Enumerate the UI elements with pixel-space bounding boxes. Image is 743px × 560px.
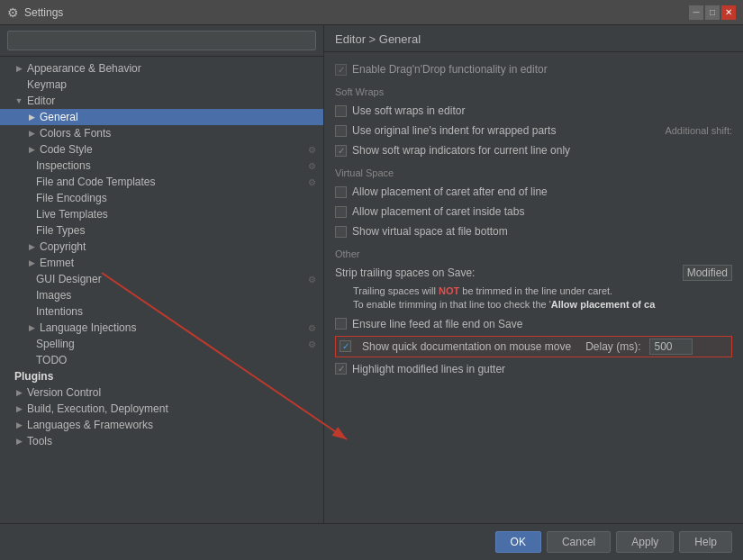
settings-icon: ⚙: [308, 323, 316, 333]
settings-sidebar: 🔍 ▶ Appearance & Behavior Keymap: [0, 25, 324, 523]
allow-placement-tabs-row: Allow placement of caret inside tabs: [335, 203, 732, 220]
strip-trailing-row: Strip trailing spaces on Save: Modified: [335, 265, 732, 281]
show-soft-wrap-indicators-checkbox[interactable]: [335, 145, 347, 157]
other-section-label: Other: [335, 248, 732, 259]
sidebar-item-emmet[interactable]: ▶ Emmet: [0, 255, 323, 271]
show-quick-docs-checkbox[interactable]: [340, 340, 351, 352]
sidebar-item-spelling[interactable]: Spelling ⚙: [0, 336, 323, 352]
close-button[interactable]: ✕: [721, 5, 736, 20]
settings-icon: ⚙: [308, 161, 316, 171]
sidebar-item-todo[interactable]: TODO: [0, 352, 323, 368]
sidebar-item-colors-fonts[interactable]: ▶ Colors & Fonts: [0, 125, 323, 141]
arrow-icon: ▶: [14, 420, 23, 429]
sidebar-item-images[interactable]: Images: [0, 287, 323, 303]
minimize-button[interactable]: ─: [689, 5, 703, 20]
arrow-icon: ▶: [27, 258, 36, 267]
sidebar-item-code-style[interactable]: ▶ Code Style ⚙: [0, 141, 323, 158]
sidebar-item-live-templates[interactable]: Live Templates: [0, 206, 323, 222]
strip-trailing-label: Strip trailing spaces on Save:: [335, 266, 475, 279]
sidebar-item-tools[interactable]: ▶ Tools: [0, 433, 323, 449]
arrow-icon: ▶: [27, 113, 36, 122]
settings-icon: ⚙: [308, 145, 316, 155]
panel-breadcrumb: Editor > General: [335, 32, 421, 46]
use-soft-wraps-row: Use soft wraps in editor: [335, 103, 732, 119]
highlight-modified-lines-row: Highlight modified lines in gutter: [335, 361, 732, 377]
sidebar-item-file-encodings[interactable]: File Encodings: [0, 190, 323, 206]
ok-button[interactable]: OK: [495, 531, 541, 553]
highlight-modified-lines-checkbox[interactable]: [335, 363, 347, 375]
settings-icon: ⚙: [308, 275, 316, 285]
ensure-line-feed-row: Ensure line feed at file end on Save: [335, 316, 732, 332]
settings-icon: ⚙: [308, 339, 316, 349]
warning-text: Trailing spaces will NOT be trimmed in t…: [353, 285, 732, 312]
arrow-icon: ▶: [14, 404, 23, 413]
maximize-button[interactable]: □: [705, 5, 720, 20]
arrow-icon: ▶: [27, 129, 36, 138]
settings-panel: Editor > General Enable Drag'n'Drop func…: [324, 25, 743, 523]
use-original-indent-checkbox[interactable]: [335, 125, 347, 137]
bold-text: Allow placement of ca: [551, 299, 656, 310]
arrow-icon: ▶: [14, 64, 23, 73]
allow-placement-end-row: Allow placement of caret after end of li…: [335, 184, 732, 200]
show-quick-docs-row: Show quick documentation on mouse move D…: [335, 336, 732, 357]
ensure-line-feed-checkbox[interactable]: [335, 318, 347, 330]
arrow-icon: ▼: [14, 96, 23, 105]
arrow-icon: ▶: [14, 388, 23, 397]
allow-placement-tabs-checkbox[interactable]: [335, 206, 347, 218]
help-button[interactable]: Help: [679, 531, 732, 553]
sidebar-item-appearance[interactable]: ▶ Appearance & Behavior: [0, 60, 323, 77]
arrow-icon: ▶: [27, 323, 36, 332]
sidebar-item-language-injections[interactable]: ▶ Language Injections ⚙: [0, 320, 323, 336]
sidebar-item-languages-frameworks[interactable]: ▶ Languages & Frameworks: [0, 417, 323, 433]
sidebar-item-file-code-templates[interactable]: File and Code Templates ⚙: [0, 174, 323, 190]
use-original-indent-row: Use original line's indent for wrapped p…: [335, 122, 732, 139]
cancel-button[interactable]: Cancel: [547, 531, 611, 553]
sidebar-item-file-types[interactable]: File Types: [0, 222, 323, 239]
window-title: Settings: [24, 6, 63, 19]
enable-dnd-checkbox[interactable]: [335, 64, 347, 76]
allow-placement-end-checkbox[interactable]: [335, 186, 347, 198]
not-text: NOT: [439, 285, 459, 296]
delay-input[interactable]: [649, 339, 693, 355]
sidebar-item-plugins[interactable]: Plugins: [0, 368, 323, 384]
button-bar: OK Cancel Apply Help: [0, 523, 743, 560]
sidebar-item-copyright[interactable]: ▶ Copyright: [0, 239, 323, 255]
sidebar-item-keymap[interactable]: Keymap: [0, 77, 323, 93]
sidebar-item-gui-designer[interactable]: GUI Designer ⚙: [0, 271, 323, 287]
soft-wraps-section-label: Soft Wraps: [335, 86, 732, 97]
show-virtual-space-checkbox[interactable]: [335, 226, 347, 238]
sidebar-item-intentions[interactable]: Intentions: [0, 303, 323, 320]
sidebar-item-version-control[interactable]: ▶ Version Control: [0, 384, 323, 401]
delay-label: Delay (ms):: [585, 340, 640, 353]
strip-trailing-dropdown[interactable]: Modified: [683, 265, 732, 281]
virtual-space-section-label: Virtual Space: [335, 167, 732, 178]
title-bar: ⚙ Settings ─ □ ✕: [0, 0, 743, 25]
sidebar-item-editor[interactable]: ▼ Editor: [0, 93, 323, 109]
apply-button[interactable]: Apply: [616, 531, 674, 553]
use-soft-wraps-checkbox[interactable]: [335, 105, 347, 117]
arrow-icon: ▶: [27, 242, 36, 251]
enable-dnd-row: Enable Drag'n'Drop functionality in edit…: [335, 61, 732, 77]
panel-content: Enable Drag'n'Drop functionality in edit…: [324, 52, 743, 523]
sidebar-item-general[interactable]: ▶ General: [0, 109, 323, 125]
sidebar-item-inspections[interactable]: Inspections ⚙: [0, 158, 323, 174]
search-input[interactable]: [7, 31, 316, 50]
app-icon: ⚙: [7, 5, 19, 20]
sidebar-item-build-execution[interactable]: ▶ Build, Execution, Deployment: [0, 401, 323, 417]
show-virtual-space-row: Show virtual space at file bottom: [335, 223, 732, 239]
show-soft-wrap-indicators-row: Show soft wrap indicators for current li…: [335, 142, 732, 158]
additional-shift-label: Additional shift:: [665, 125, 732, 136]
arrow-icon: ▶: [14, 437, 23, 446]
settings-icon: ⚙: [308, 177, 316, 187]
settings-tree: ▶ Appearance & Behavior Keymap ▼ Editor: [0, 57, 323, 523]
arrow-icon: ▶: [27, 145, 36, 154]
